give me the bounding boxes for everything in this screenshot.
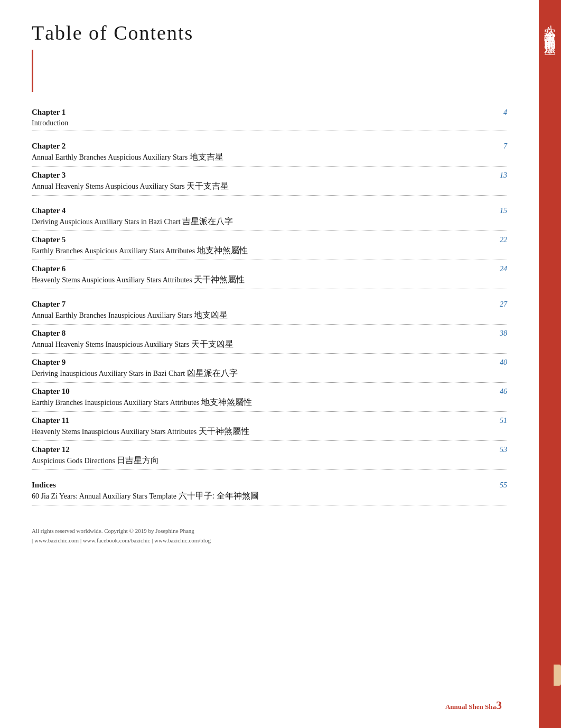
page-title: Table of Contents [32,21,507,44]
chapter-5-subtitle: Earthly Branches Auspicious Auxiliary St… [32,247,248,255]
chapter-6-subtitle: Heavenly Stems Auspicious Auxiliary Star… [32,276,245,284]
chapter-9-page: 40 [494,358,507,367]
chapter-2-subtitle: Annual Earthly Branches Auspicious Auxil… [32,153,223,161]
chapter-3-title: Chapter 3 [32,171,490,180]
chapter-10-subtitle: Earthly Branches Inauspicious Auxiliary … [32,399,252,407]
footer-book-label: Annual Shen Sha [445,703,496,711]
toc-entry-chapter-2: Chapter 2 Annual Earthly Branches Auspic… [32,142,507,167]
indices-title: Indices [32,481,490,490]
toc-entry-chapter-11: Chapter 11 Heavenly Stems Inauspicious A… [32,416,507,441]
chapter-8-subtitle: Annual Heavenly Stems Inauspicious Auxil… [32,340,233,348]
side-tab-bookmark [554,665,561,686]
footer-page-number: 3 [496,698,502,712]
chapter-8-content: Chapter 8 Annual Heavenly Stems Inauspic… [32,329,490,350]
chapter-5-content: Chapter 5 Earthly Branches Auspicious Au… [32,235,490,256]
toc-entry-chapter-1: Chapter 1 Introduction 4 [32,108,507,131]
chapter-1-content: Chapter 1 Introduction [32,108,490,127]
toc-entry-chapter-4: Chapter 4 Deriving Auspicious Auxiliary … [32,206,507,231]
chapter-1-page: 4 [494,108,507,117]
side-tab: 八字論命盤中的神煞星 [539,0,561,728]
chapter-10-page: 46 [494,388,507,396]
toc-section: Chapter 1 Introduction 4 Chapter 2 Annua… [32,108,507,505]
chapter-3-subtitle: Annual Heavenly Stems Auspicious Auxilia… [32,182,229,190]
side-tab-text: 八字論命盤中的神煞星 [543,11,557,37]
chapter-4-page: 15 [494,207,507,215]
toc-entry-chapter-6: Chapter 6 Heavenly Stems Auspicious Auxi… [32,264,507,289]
toc-entry-chapter-5: Chapter 5 Earthly Branches Auspicious Au… [32,235,507,260]
toc-entry-chapter-7: Chapter 7 Annual Earthly Branches Inausp… [32,300,507,325]
chapter-11-content: Chapter 11 Heavenly Stems Inauspicious A… [32,416,490,437]
chapter-4-title: Chapter 4 [32,206,490,215]
indices-content: Indices 60 Jia Zi Years: Annual Auxiliar… [32,481,490,502]
chapter-5-page: 22 [494,236,507,244]
chapter-7-title: Chapter 7 [32,300,490,309]
chapter-9-title: Chapter 9 [32,358,490,367]
chapter-7-page: 27 [494,300,507,309]
chapter-1-subtitle: Introduction [32,119,68,127]
chapter-2-content: Chapter 2 Annual Earthly Branches Auspic… [32,142,490,163]
chapter-12-page: 53 [494,446,507,454]
main-content: Table of Contents Chapter 1 Introduction… [0,0,539,728]
chapter-6-content: Chapter 6 Heavenly Stems Auspicious Auxi… [32,264,490,285]
chapter-1-title: Chapter 1 [32,108,490,117]
toc-entry-chapter-3: Chapter 3 Annual Heavenly Stems Auspicio… [32,171,507,196]
footer: All rights reserved worldwide. Copyright… [32,527,507,545]
chapter-2-page: 7 [494,142,507,151]
toc-entry-chapter-9: Chapter 9 Deriving Inauspicious Auxiliar… [32,358,507,383]
chapter-4-content: Chapter 4 Deriving Auspicious Auxiliary … [32,206,490,227]
chapter-7-content: Chapter 7 Annual Earthly Branches Inausp… [32,300,490,321]
indices-page: 55 [494,481,507,490]
chapter-11-page: 51 [494,417,507,425]
chapter-2-title: Chapter 2 [32,142,490,151]
toc-entry-chapter-10: Chapter 10 Earthly Branches Inauspicious… [32,387,507,412]
toc-entry-chapter-12: Chapter 12 Auspicious Gods Directions 日吉… [32,445,507,470]
chapter-5-title: Chapter 5 [32,235,490,244]
chapter-11-title: Chapter 11 [32,416,490,425]
chapter-10-title: Chapter 10 [32,387,490,396]
chapter-12-subtitle: Auspicious Gods Directions 日吉星方向 [32,457,159,465]
indices-subtitle: 60 Jia Zi Years: Annual Auxiliary Stars … [32,492,259,500]
chapter-6-page: 24 [494,265,507,273]
chapter-12-title: Chapter 12 [32,445,490,454]
chapter-6-title: Chapter 6 [32,264,490,273]
chapter-4-subtitle: Deriving Auspicious Auxiliary Stars in B… [32,218,233,226]
title-border [32,50,33,92]
chapter-7-subtitle: Annual Earthly Branches Inauspicious Aux… [32,311,228,319]
footer-right: Annual Shen Sha3 [445,698,502,712]
chapter-3-content: Chapter 3 Annual Heavenly Stems Auspicio… [32,171,490,192]
footer-copyright: All rights reserved worldwide. Copyright… [32,527,507,545]
chapter-3-page: 13 [494,171,507,180]
toc-entry-chapter-8: Chapter 8 Annual Heavenly Stems Inauspic… [32,329,507,354]
chapter-12-content: Chapter 12 Auspicious Gods Directions 日吉… [32,445,490,466]
toc-entry-indices: Indices 60 Jia Zi Years: Annual Auxiliar… [32,481,507,505]
chapter-8-page: 38 [494,329,507,338]
chapter-9-subtitle: Deriving Inauspicious Auxiliary Stars in… [32,370,238,377]
chapter-11-subtitle: Heavenly Stems Inauspicious Auxiliary St… [32,428,249,436]
page-container: Table of Contents Chapter 1 Introduction… [0,0,561,728]
chapter-8-title: Chapter 8 [32,329,490,338]
chapter-10-content: Chapter 10 Earthly Branches Inauspicious… [32,387,490,408]
chapter-9-content: Chapter 9 Deriving Inauspicious Auxiliar… [32,358,490,379]
